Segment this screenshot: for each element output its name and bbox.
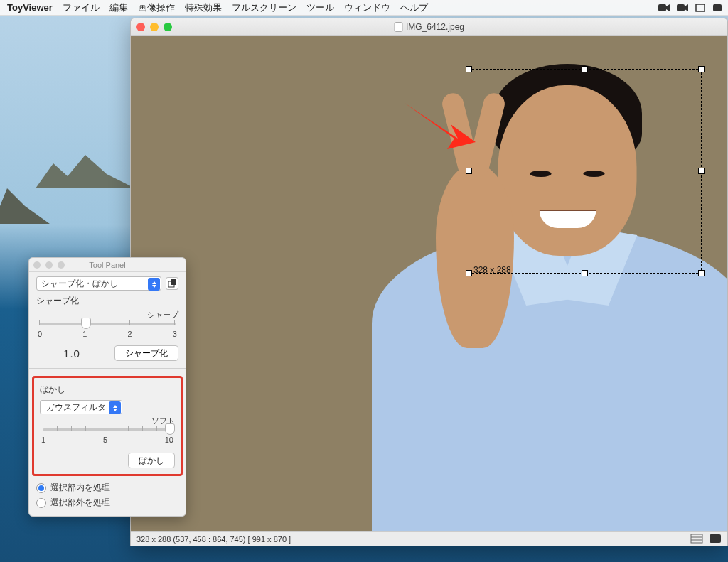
selection-handle-nw[interactable] [466, 66, 472, 72]
radio-outside-row[interactable]: 選択部外を処理 [36, 497, 178, 509]
selection-handle-w[interactable] [466, 168, 472, 174]
blur-slider-thumb[interactable] [165, 423, 175, 435]
image-canvas[interactable]: 328 x 288 [131, 36, 727, 531]
zoom-button[interactable] [164, 23, 172, 31]
desktop-island-decor [0, 178, 50, 227]
sharpen-value: 1.0 [36, 347, 107, 360]
mode-select-value: シャープ化・ぼかし [41, 278, 118, 290]
panel-close-button[interactable] [33, 261, 41, 269]
status-text: 328 x 288 (537, 458 : 864, 745) [ 991 x … [136, 535, 291, 544]
divider [29, 368, 186, 369]
image-window: IMG_6412.jpeg 328 x 288 [130, 18, 728, 546]
blur-tick-1: 1 [41, 436, 46, 444]
window-title: IMG_6412.jpeg [406, 22, 464, 32]
menu-window[interactable]: ウィンドウ [344, 1, 390, 14]
sharpen-caption: シャープ [147, 310, 178, 320]
selection-handle-ne[interactable] [698, 66, 705, 72]
radio-outside-label: 選択部外を処理 [50, 497, 110, 509]
blur-filter-value: ガウスフィルタ [46, 401, 106, 414]
blur-section-highlight: ぼかし ガウスフィルタ ソフト [32, 376, 183, 476]
blur-button[interactable]: ぼかし [128, 453, 175, 468]
statusbar: 328 x 288 (537, 458 : 864, 745) [ 991 x … [131, 531, 727, 546]
sharpen-tick-3: 3 [173, 330, 177, 338]
radio-inside[interactable] [36, 483, 46, 493]
selection-dimensions: 328 x 288 [473, 265, 511, 275]
selection-marquee[interactable]: 328 x 288 [469, 69, 702, 274]
desktop-island-decor [36, 149, 135, 192]
menu-tools[interactable]: ツール [306, 1, 334, 14]
menu-help[interactable]: ヘルプ [400, 1, 428, 14]
selection-handle-se[interactable] [698, 270, 705, 276]
blur-filter-select[interactable]: ガウスフィルタ [40, 400, 122, 414]
close-button[interactable] [136, 23, 145, 31]
menu-file[interactable]: ファイル [63, 1, 100, 14]
sharpen-tick-2: 2 [128, 330, 132, 338]
chevron-updown-icon [109, 401, 121, 414]
svg-rect-7 [710, 534, 721, 543]
selection-handle-n[interactable] [582, 66, 588, 72]
selection-handle-sw[interactable] [466, 270, 472, 276]
sharpen-tick-1: 1 [82, 330, 87, 338]
panel-zoom-button[interactable] [58, 261, 65, 269]
svg-rect-0 [658, 4, 666, 11]
svg-rect-4 [691, 534, 702, 543]
svg-rect-1 [677, 4, 685, 11]
menu-extra-icon[interactable] [695, 4, 705, 12]
mode-select[interactable]: シャープ化・ぼかし [36, 276, 161, 291]
status-icon-2[interactable] [709, 534, 722, 545]
selection-handle-s[interactable] [582, 270, 588, 276]
window-titlebar[interactable]: IMG_6412.jpeg [131, 18, 727, 36]
facetime-icon[interactable] [658, 4, 670, 12]
sharpen-slider-thumb[interactable] [81, 318, 91, 329]
blur-label: ぼかし [40, 384, 175, 396]
popup-window-button[interactable] [166, 277, 178, 290]
blur-tick-10: 10 [165, 436, 173, 444]
radio-outside[interactable] [36, 498, 46, 508]
camera-icon[interactable] [677, 4, 688, 12]
popup-window-icon [168, 279, 176, 288]
minimize-button[interactable] [150, 23, 159, 31]
panel-titlebar[interactable]: Tool Panel [29, 258, 186, 272]
document-icon [394, 22, 402, 32]
svg-rect-9 [171, 279, 176, 285]
chevron-updown-icon [148, 278, 160, 291]
sharpen-tick-0: 0 [38, 330, 42, 338]
menu-fullscreen[interactable]: フルスクリーン [232, 1, 296, 14]
blur-tick-5: 5 [103, 436, 107, 444]
menu-extra-icon-2[interactable] [712, 4, 722, 12]
menu-image-ops[interactable]: 画像操作 [138, 1, 175, 14]
app-name[interactable]: ToyViewer [7, 2, 53, 13]
sharpen-button[interactable]: シャープ化 [114, 345, 178, 361]
svg-rect-3 [713, 4, 722, 11]
menubar: ToyViewer ファイル 編集 画像操作 特殊効果 フルスクリーン ツール … [0, 0, 728, 16]
panel-minimize-button[interactable] [46, 261, 53, 269]
status-icon-1[interactable] [690, 534, 703, 545]
menu-effects[interactable]: 特殊効果 [185, 1, 222, 14]
sharpen-label: シャープ化 [36, 295, 178, 307]
sharpen-section: シャープ化 シャープ 0 1 2 3 1.0 [36, 295, 178, 361]
menu-edit[interactable]: 編集 [109, 1, 128, 14]
radio-inside-row[interactable]: 選択部内を処理 [36, 482, 178, 494]
svg-rect-2 [696, 4, 705, 11]
tool-panel: Tool Panel シャープ化・ぼかし シャープ化 シャープ [28, 257, 186, 517]
radio-inside-label: 選択部内を処理 [50, 482, 110, 494]
selection-handle-e[interactable] [698, 168, 705, 174]
panel-title: Tool Panel [89, 261, 125, 269]
